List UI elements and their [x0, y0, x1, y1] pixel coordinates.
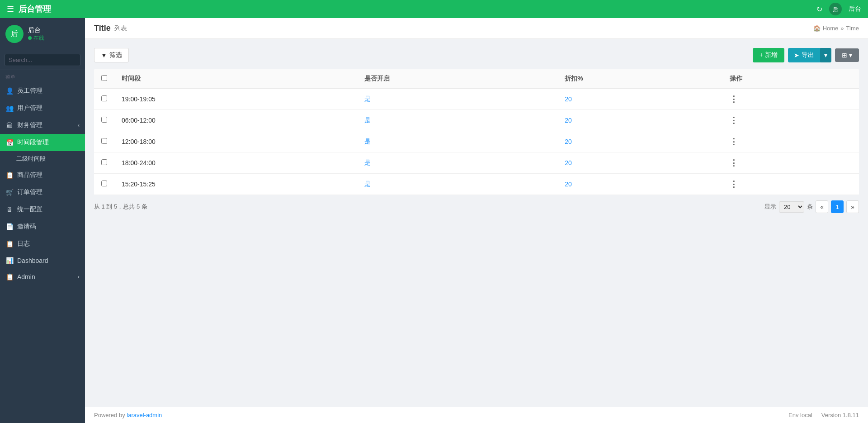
- sidebar-item-sub-timeslot[interactable]: 二级时间段: [0, 151, 85, 166]
- action-dots-button[interactable]: ⋮: [730, 116, 738, 125]
- sidebar-item-label: 商品管理: [17, 171, 42, 179]
- row-checkbox[interactable]: [101, 159, 107, 165]
- table-body: 19:00-19:05 是 20 ⋮ 06:00-12:00 是 20 ⋮ 12…: [94, 89, 859, 195]
- export-dropdown-button[interactable]: ▾: [820, 48, 831, 62]
- discount-link[interactable]: 20: [565, 181, 572, 188]
- current-page-button[interactable]: 1: [831, 200, 844, 213]
- refresh-icon[interactable]: ↻: [816, 5, 822, 14]
- toolbar-left: ▼ 筛选: [94, 48, 129, 62]
- table-row: 15:20-15:25 是 20 ⋮: [94, 174, 859, 195]
- row-checkbox[interactable]: [101, 138, 107, 144]
- footer-powered-by: Powered by laravel-admin: [94, 412, 162, 418]
- discount-link[interactable]: 20: [565, 159, 572, 166]
- sidebar-item-invite[interactable]: 📄 邀请码: [0, 218, 85, 235]
- row-checkbox-cell: [94, 110, 114, 131]
- enabled-link[interactable]: 是: [364, 159, 371, 166]
- staff-icon: 👤: [5, 87, 14, 95]
- users-icon: 👥: [5, 105, 14, 112]
- breadcrumb-home[interactable]: Home: [823, 25, 839, 32]
- new-button[interactable]: + 新增: [753, 48, 784, 62]
- row-checkbox-cell: [94, 131, 114, 152]
- sidebar-item-label: 财务管理: [17, 121, 42, 129]
- header-username: 后台: [849, 5, 861, 13]
- row-timeslot: 15:20-15:25: [114, 174, 357, 195]
- sidebar-item-timeslot[interactable]: 📅 时间段管理: [0, 134, 85, 151]
- sidebar-username: 后台: [28, 26, 44, 34]
- select-all-checkbox[interactable]: [101, 75, 107, 81]
- row-actions: ⋮: [722, 89, 859, 110]
- row-discount: 20: [557, 110, 722, 131]
- row-checkbox[interactable]: [101, 117, 107, 123]
- grid-view-button[interactable]: ⊞ ▾: [835, 48, 859, 62]
- menu-toggle-icon[interactable]: ☰: [7, 4, 14, 14]
- sidebar-item-staff[interactable]: 👤 员工管理: [0, 82, 85, 100]
- table-header: 时间段 是否开启 折扣% 操作: [94, 69, 859, 89]
- breadcrumb: 🏠 Home » Time: [813, 25, 859, 32]
- sidebar-user-info: 后台 在线: [28, 26, 44, 42]
- content-area: Title 列表 🏠 Home » Time ▼ 筛选: [85, 18, 868, 423]
- pagination-area: 从 1 到 5，总共 5 条 显示 10 20 50 100 条 « 1 »: [94, 195, 859, 215]
- row-checkbox-cell: [94, 174, 114, 195]
- export-button[interactable]: ➤ 导出: [788, 48, 820, 62]
- row-enabled: 是: [357, 174, 557, 195]
- sidebar-item-users[interactable]: 👥 用户管理: [0, 100, 85, 117]
- action-dots-button[interactable]: ⋮: [730, 95, 738, 104]
- action-dots-button[interactable]: ⋮: [730, 180, 738, 189]
- filter-button[interactable]: ▼ 筛选: [94, 48, 129, 62]
- row-timeslot: 06:00-12:00: [114, 110, 357, 131]
- table-row: 19:00-19:05 是 20 ⋮: [94, 89, 859, 110]
- table-row: 18:00-24:00 是 20 ⋮: [94, 152, 859, 174]
- footer-version: Version 1.8.11: [821, 412, 859, 418]
- dashboard-icon: 📊: [5, 257, 14, 264]
- discount-link[interactable]: 20: [565, 117, 572, 124]
- table-row: 12:00-18:00 是 20 ⋮: [94, 131, 859, 152]
- search-input[interactable]: [5, 54, 80, 66]
- row-actions: ⋮: [722, 131, 859, 152]
- row-checkbox[interactable]: [101, 181, 107, 186]
- next-page-button[interactable]: »: [846, 200, 859, 213]
- sidebar-item-settings[interactable]: 🖥 统一配置: [0, 201, 85, 218]
- row-checkbox-cell: [94, 152, 114, 174]
- finance-icon: 🏛: [5, 122, 14, 129]
- row-checkbox[interactable]: [101, 95, 107, 101]
- page-title-area: Title 列表: [94, 24, 127, 33]
- sidebar-item-products[interactable]: 📋 商品管理: [0, 166, 85, 184]
- sidebar-item-label: 日志: [17, 240, 30, 248]
- enabled-link[interactable]: 是: [364, 138, 371, 145]
- sidebar-item-orders[interactable]: 🛒 订单管理: [0, 184, 85, 201]
- content-body: ▼ 筛选 + 新增 ➤ 导出 ▾ ⊞ ▾: [85, 39, 868, 407]
- prev-page-button[interactable]: «: [816, 200, 828, 213]
- status-dot: [28, 36, 32, 40]
- sidebar-item-label: Admin: [17, 273, 35, 280]
- row-discount: 20: [557, 131, 722, 152]
- user-circle-icon: 后: [829, 3, 842, 15]
- action-dots-button[interactable]: ⋮: [730, 137, 738, 146]
- row-timeslot: 18:00-24:00: [114, 152, 357, 174]
- app-title: 后台管理: [19, 4, 51, 14]
- action-dots-button[interactable]: ⋮: [730, 158, 738, 167]
- enabled-link[interactable]: 是: [364, 116, 371, 124]
- toolbar-right: + 新增 ➤ 导出 ▾ ⊞ ▾: [753, 48, 859, 62]
- pagination-right: 显示 10 20 50 100 条 « 1 »: [764, 200, 859, 213]
- breadcrumb-separator: »: [840, 25, 844, 32]
- sidebar-item-label: 员工管理: [17, 87, 42, 95]
- avatar: 后: [5, 25, 24, 43]
- sidebar-item-admin[interactable]: 📋 Admin ‹: [0, 269, 85, 285]
- discount-link[interactable]: 20: [565, 138, 572, 145]
- per-page-select[interactable]: 10 20 50 100: [779, 201, 804, 213]
- col-discount: 折扣%: [557, 69, 722, 89]
- sidebar-item-dashboard[interactable]: 📊 Dashboard: [0, 252, 85, 269]
- enabled-link[interactable]: 是: [364, 95, 371, 102]
- discount-link[interactable]: 20: [565, 95, 572, 103]
- sidebar-section-label: 菜单: [0, 70, 85, 82]
- col-enabled: 是否开启: [357, 69, 557, 89]
- export-icon: ➤: [794, 52, 799, 59]
- row-enabled: 是: [357, 110, 557, 131]
- sidebar-status: 在线: [28, 34, 44, 42]
- enabled-link[interactable]: 是: [364, 180, 371, 187]
- framework-link[interactable]: laravel-admin: [127, 412, 162, 418]
- invite-icon: 📄: [5, 223, 14, 230]
- home-icon: 🏠: [813, 25, 821, 32]
- sidebar-item-finance[interactable]: 🏛 财务管理 ‹: [0, 117, 85, 134]
- sidebar-item-logs[interactable]: 📋 日志: [0, 235, 85, 252]
